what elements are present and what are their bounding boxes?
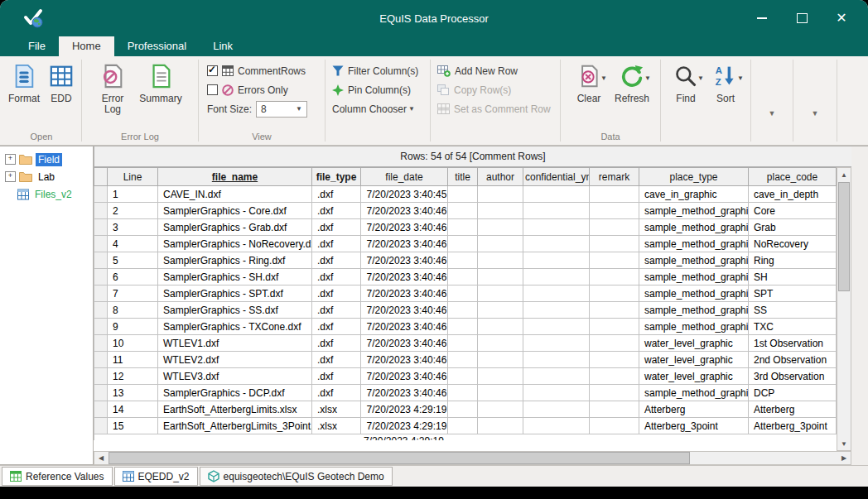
clear-button[interactable]: ▼ Clear xyxy=(568,61,610,104)
scroll-right-arrow-icon[interactable]: ▶ xyxy=(837,454,851,462)
grid-cell[interactable]: WTLEV3.dxf xyxy=(158,368,312,385)
tree-item-field[interactable]: + Field xyxy=(0,151,93,168)
filter-columns-button[interactable]: Filter Column(s) xyxy=(332,61,418,80)
errors-only-checkbox[interactable] xyxy=(207,84,218,95)
grid-cell[interactable]: 14 xyxy=(108,401,158,418)
grid-cell[interactable]: .xlsx xyxy=(312,418,361,434)
find-button[interactable]: ▼ Find xyxy=(667,61,705,104)
grid-cell[interactable]: SamplerGraphics - Grab.dxf xyxy=(158,219,312,236)
expand-icon[interactable]: + xyxy=(5,171,16,182)
grid-cell[interactable]: .dxf xyxy=(312,368,361,385)
grid-cell[interactable]: CAVE_IN.dxf xyxy=(158,186,312,203)
tree-item-lab[interactable]: + Lab xyxy=(0,168,93,185)
grid-cell[interactable] xyxy=(448,236,478,252)
grid-cell[interactable]: water_level_graphic xyxy=(639,335,749,352)
set-comment-row-button[interactable]: Set as Comment Row xyxy=(437,99,551,118)
grid-cell[interactable] xyxy=(478,269,523,285)
grid-cell[interactable]: WTLEV1.dxf xyxy=(158,335,312,352)
grid-cell[interactable]: 12 xyxy=(108,368,158,385)
grid-cell[interactable]: 5 xyxy=(108,252,158,269)
scroll-up-arrow-icon[interactable]: ▲ xyxy=(837,168,851,181)
grid-cell[interactable]: 6 xyxy=(108,269,158,285)
grid-cell[interactable]: 3rd Observation xyxy=(749,368,837,385)
tab-home[interactable]: Home xyxy=(59,36,114,56)
grid-cell[interactable]: Core xyxy=(749,203,837,219)
chevron-down-icon[interactable]: ▼ xyxy=(697,74,704,82)
grid-cell[interactable] xyxy=(523,335,590,352)
grid-cell[interactable]: sample_method_graphic xyxy=(639,302,749,319)
grid-cell[interactable]: 13 xyxy=(108,385,158,401)
grid-cell[interactable]: 7/20/2023 3:40:46 xyxy=(361,252,448,269)
grid-cell[interactable] xyxy=(448,203,478,219)
grid-cell[interactable] xyxy=(590,401,639,418)
grid-cell[interactable] xyxy=(590,418,639,434)
grid-cell[interactable]: sample_method_graphic xyxy=(639,203,749,219)
grid-cell[interactable] xyxy=(523,319,590,335)
grid-cell[interactable] xyxy=(478,186,523,203)
grid-cell[interactable]: 3 xyxy=(108,219,158,236)
grid-cell[interactable] xyxy=(590,269,639,285)
grid-cell[interactable]: TXC xyxy=(749,319,837,335)
grid-cell[interactable] xyxy=(590,319,639,335)
grid-cell[interactable] xyxy=(478,401,523,418)
tab-eqedd-v2[interactable]: EQEDD_v2 xyxy=(114,467,198,486)
grid-cell[interactable] xyxy=(523,352,590,368)
grid-cell[interactable]: cave_in_graphic xyxy=(639,186,749,203)
grid-cell[interactable] xyxy=(590,352,639,368)
grid-cell[interactable]: 7/20/2023 3:40:46 xyxy=(361,302,448,319)
grid-cell[interactable]: .dxf xyxy=(312,203,361,219)
row-indicator[interactable] xyxy=(94,401,108,418)
grid-cell[interactable] xyxy=(478,236,523,252)
column-header-remark[interactable]: remark xyxy=(590,168,639,186)
row-indicator[interactable] xyxy=(94,418,108,434)
grid-cell[interactable]: sample_method_graphic xyxy=(639,236,749,252)
grid-cell[interactable] xyxy=(590,368,639,385)
summary-button[interactable]: Summary xyxy=(134,61,187,104)
minimize-button[interactable] xyxy=(742,0,782,36)
grid-cell[interactable]: water_level_graphic xyxy=(639,368,749,385)
column-header-place-type[interactable]: place_type xyxy=(639,168,749,186)
row-indicator[interactable] xyxy=(94,385,108,401)
grid-cell[interactable]: .dxf xyxy=(312,385,361,401)
format-button[interactable]: Format xyxy=(5,61,43,104)
grid-cell[interactable]: SamplerGraphics - SS.dxf xyxy=(158,302,312,319)
column-chooser-button[interactable]: Column Chooser ▼ xyxy=(332,99,415,118)
grid-cell[interactable]: .dxf xyxy=(312,285,361,302)
grid-cell[interactable]: 7/20/2023 3:40:45 xyxy=(361,186,448,203)
error-log-button[interactable]: Error Log xyxy=(93,61,133,115)
grid-cell[interactable]: 7/20/2023 4:29:19 xyxy=(361,418,448,434)
grid-cell[interactable]: Atterberg xyxy=(749,401,837,418)
column-header-file-name[interactable]: file_name xyxy=(158,168,312,186)
tab-professional[interactable]: Professional xyxy=(114,36,200,56)
grid-cell[interactable] xyxy=(523,385,590,401)
vertical-scrollbar[interactable]: ▲ ▼ xyxy=(837,167,851,451)
row-indicator[interactable] xyxy=(94,203,108,219)
column-header-file-type[interactable]: file_type xyxy=(312,168,361,186)
grid-cell[interactable]: sample_method_graphic xyxy=(639,269,749,285)
grid-cell[interactable]: 1st Observation xyxy=(749,335,837,352)
grid-cell[interactable] xyxy=(448,352,478,368)
column-header-place-code[interactable]: place_code xyxy=(749,168,837,186)
grid-cell[interactable]: 7/20/2023 3:40:46 xyxy=(361,385,448,401)
grid-cell[interactable] xyxy=(448,418,478,434)
horizontal-scroll-thumb[interactable] xyxy=(108,452,690,464)
column-header-author[interactable]: author xyxy=(478,168,523,186)
row-indicator[interactable] xyxy=(94,285,108,302)
grid-cell[interactable] xyxy=(523,236,590,252)
column-header-title[interactable]: title xyxy=(448,168,478,186)
grid-cell[interactable] xyxy=(590,219,639,236)
grid-cell[interactable]: sample_method_graphic xyxy=(639,385,749,401)
grid-cell[interactable]: 15 xyxy=(108,418,158,434)
grid-cell[interactable] xyxy=(590,252,639,269)
column-header-confidential-yn[interactable]: confidential_yn xyxy=(523,168,590,186)
row-indicator[interactable] xyxy=(94,319,108,335)
grid-cell[interactable] xyxy=(590,203,639,219)
grid-cell[interactable]: .dxf xyxy=(312,236,361,252)
tab-link[interactable]: Link xyxy=(200,36,246,56)
column-header-file-date[interactable]: file_date xyxy=(361,168,448,186)
row-indicator[interactable] xyxy=(94,352,108,368)
grid-cell[interactable]: .dxf xyxy=(312,269,361,285)
grid-cell[interactable] xyxy=(478,368,523,385)
grid-cell[interactable]: 7/20/2023 3:40:46 xyxy=(361,236,448,252)
grid-cell[interactable] xyxy=(448,269,478,285)
